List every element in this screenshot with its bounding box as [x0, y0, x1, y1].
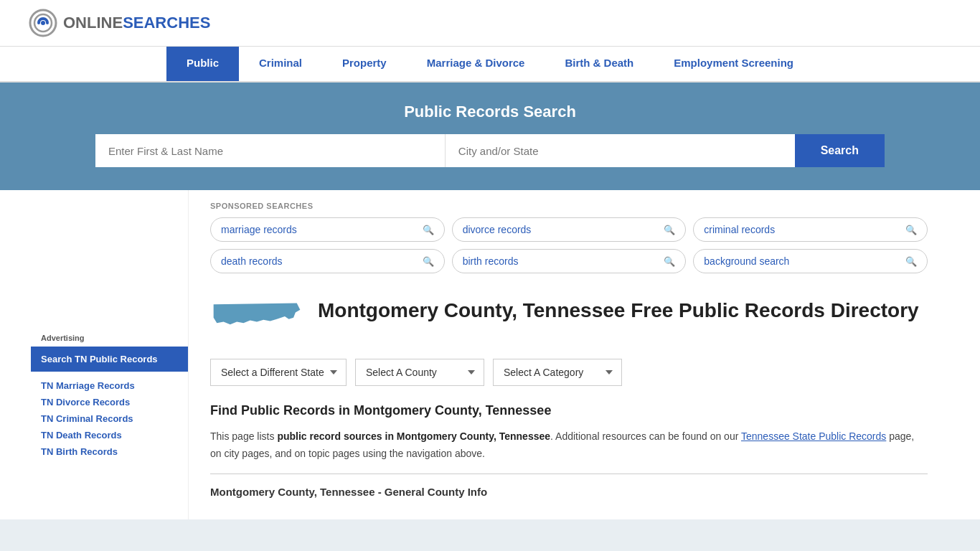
hero-section: Public Records Search Search [0, 83, 980, 190]
search-icon: 🔍 [664, 225, 675, 235]
page-content: SPONSORED SEARCHES marriage records 🔍 di… [189, 190, 949, 519]
sidebar-ad-label: Advertising [31, 334, 188, 347]
section-divider [210, 474, 928, 474]
find-title: Find Public Records in Montgomery County… [210, 403, 928, 418]
general-info-title: Montgomery County, Tennessee - General C… [210, 480, 928, 498]
logo[interactable]: ONLINESEARCHES [29, 9, 210, 37]
search-icon: 🔍 [664, 256, 675, 267]
name-input[interactable] [95, 134, 446, 167]
sponsored-grid: marriage records 🔍 divorce records 🔍 cri… [210, 217, 928, 273]
svg-point-1 [41, 21, 45, 25]
sponsored-pill-criminal[interactable]: criminal records 🔍 [693, 217, 928, 242]
search-icon: 🔍 [423, 256, 434, 267]
dropdown-row: Select a Different State Select A County… [210, 359, 928, 386]
nav-birth-death[interactable]: Birth & Death [545, 47, 654, 81]
county-header: Montgomery County, Tennessee Free Public… [210, 281, 928, 352]
state-map [210, 298, 303, 340]
county-title: Montgomery County, Tennessee Free Public… [318, 298, 919, 324]
tennessee-map-svg [210, 298, 303, 338]
nav-criminal[interactable]: Criminal [239, 47, 322, 81]
sidebar-ad-highlight[interactable]: Search TN Public Records [31, 347, 188, 372]
find-description: This page lists public record sources in… [210, 428, 928, 463]
main-nav: Public Criminal Property Marriage & Divo… [0, 47, 980, 83]
tn-records-link[interactable]: Tennessee State Public Records [741, 430, 886, 442]
main-content: Advertising Search TN Public Records TN … [31, 190, 949, 519]
logo-icon [29, 9, 57, 37]
sponsored-pill-marriage[interactable]: marriage records 🔍 [210, 217, 445, 242]
sidebar-link-marriage[interactable]: TN Marriage Records [31, 377, 188, 394]
search-icon: 🔍 [423, 225, 434, 235]
sidebar-link-birth[interactable]: TN Birth Records [31, 443, 188, 460]
sponsored-section: SPONSORED SEARCHES marriage records 🔍 di… [210, 190, 928, 281]
nav-public[interactable]: Public [166, 47, 239, 81]
state-dropdown[interactable]: Select a Different State [210, 359, 347, 386]
find-section: Find Public Records in Montgomery County… [210, 403, 928, 499]
sidebar: Advertising Search TN Public Records TN … [31, 190, 189, 519]
sidebar-link-divorce[interactable]: TN Divorce Records [31, 394, 188, 410]
hero-title: Public Records Search [29, 103, 951, 121]
site-header: ONLINESEARCHES [0, 0, 980, 47]
sponsored-pill-birth[interactable]: birth records 🔍 [452, 249, 687, 273]
sponsored-label: SPONSORED SEARCHES [210, 202, 928, 210]
search-button[interactable]: Search [795, 134, 885, 167]
nav-employment[interactable]: Employment Screening [654, 47, 814, 81]
logo-text: ONLINESEARCHES [63, 14, 210, 32]
search-icon: 🔍 [905, 225, 917, 235]
nav-marriage-divorce[interactable]: Marriage & Divorce [407, 47, 545, 81]
sponsored-pill-background[interactable]: background search 🔍 [693, 249, 928, 273]
location-input[interactable] [446, 134, 795, 167]
sponsored-pill-divorce[interactable]: divorce records 🔍 [452, 217, 687, 242]
sidebar-link-death[interactable]: TN Death Records [31, 427, 188, 443]
category-dropdown[interactable]: Select A Category [493, 359, 622, 386]
nav-property[interactable]: Property [322, 47, 407, 81]
search-bar: Search [95, 134, 885, 167]
county-dropdown[interactable]: Select A County [355, 359, 484, 386]
search-icon: 🔍 [905, 256, 917, 267]
sponsored-pill-death[interactable]: death records 🔍 [210, 249, 445, 273]
sidebar-link-criminal[interactable]: TN Criminal Records [31, 410, 188, 427]
